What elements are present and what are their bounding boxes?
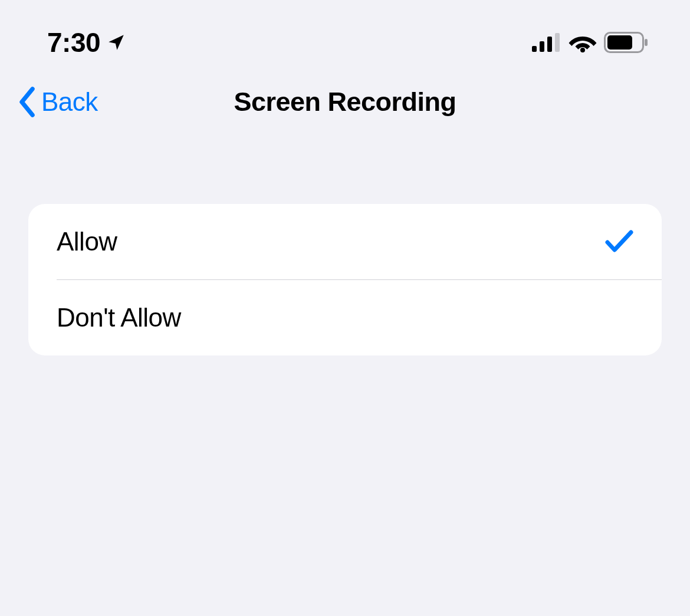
option-list: Allow Don't Allow [28, 204, 662, 355]
option-label: Allow [57, 227, 117, 256]
chevron-left-icon [13, 85, 41, 119]
content: Allow Don't Allow [0, 140, 690, 355]
status-left: 7:30 [47, 27, 126, 58]
option-dont-allow[interactable]: Don't Allow [28, 280, 662, 355]
status-right [532, 32, 649, 53]
status-bar: 7:30 [0, 0, 690, 64]
svg-point-4 [580, 48, 585, 52]
back-label: Back [41, 87, 98, 117]
battery-icon [604, 32, 649, 53]
navigation-bar: Back Screen Recording [0, 64, 690, 140]
cellular-signal-icon [532, 33, 561, 52]
back-button[interactable]: Back [13, 85, 98, 119]
svg-rect-3 [555, 33, 560, 52]
svg-rect-2 [547, 37, 552, 52]
svg-rect-1 [540, 41, 544, 52]
wifi-icon [569, 32, 597, 52]
location-icon [106, 32, 126, 52]
svg-rect-7 [645, 39, 648, 46]
option-allow[interactable]: Allow [28, 204, 662, 279]
checkmark-icon [605, 229, 633, 255]
option-label: Don't Allow [57, 303, 181, 332]
status-time: 7:30 [47, 27, 100, 58]
svg-rect-6 [607, 35, 632, 50]
svg-rect-0 [532, 46, 537, 52]
page-title: Screen Recording [234, 87, 456, 117]
